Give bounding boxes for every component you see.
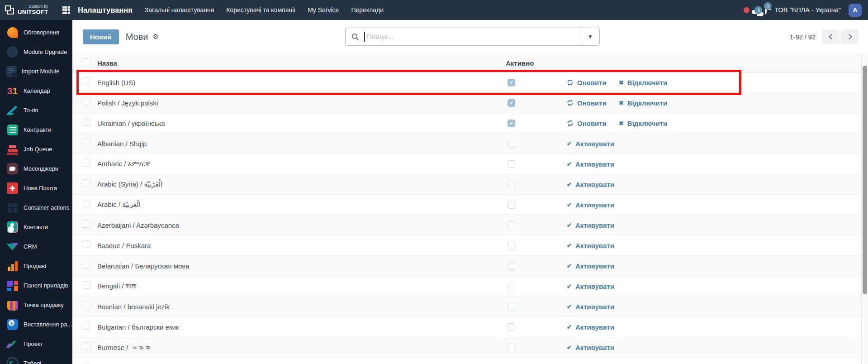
deactivate-link[interactable]: ✖ Відключити	[619, 120, 667, 127]
table-row[interactable]: Bengali / বাংলা ✔ Активувати	[72, 276, 861, 297]
activate-link[interactable]: ✔ Активувати	[567, 303, 614, 311]
activate-link[interactable]: ✔ Активувати	[567, 323, 614, 331]
sidebar-item-invoicing[interactable]: Виставлення ра...	[0, 315, 72, 334]
table-row[interactable]: Basque / Euskara ✔ Активувати	[72, 235, 861, 256]
table-row[interactable]: Belarusian / Беларуская мова ✔ Активуват…	[72, 256, 861, 276]
activate-link[interactable]: ✔ Активувати	[567, 283, 614, 290]
row-checkbox[interactable]	[83, 261, 90, 268]
module-upgrade-icon	[6, 46, 19, 58]
avatar[interactable]: A	[849, 4, 862, 17]
column-header-active[interactable]: Активно	[506, 59, 534, 67]
pager-next-button[interactable]	[841, 30, 859, 44]
update-link[interactable]: Оновити	[567, 120, 607, 127]
active-checkbox[interactable]	[508, 181, 515, 188]
active-checkbox[interactable]	[508, 120, 515, 127]
menu-translations[interactable]: Переклади	[351, 6, 384, 14]
row-checkbox[interactable]	[83, 240, 90, 248]
sidebar-item-job-queue[interactable]: Job Queue	[0, 139, 72, 159]
column-header-name[interactable]: Назва	[97, 59, 117, 67]
search-dropdown-toggle[interactable]: ▼	[581, 28, 599, 45]
sidebar-item-discuss[interactable]: Обговорення	[0, 23, 72, 42]
active-checkbox[interactable]	[508, 140, 515, 148]
sidebar-item-timesheets[interactable]: Табелі	[0, 354, 72, 364]
table-row[interactable]: Polish / Język polski Оновити ✖ Відключи…	[72, 93, 861, 113]
sidebar-item-nova-poshta[interactable]: Нова Пошта	[0, 178, 72, 198]
table-row[interactable]: Arabic (Syria) / الْعَرَبيّة ✔ Активуват…	[72, 174, 861, 195]
menu-my-service[interactable]: My Service	[308, 6, 339, 14]
menu-users-companies[interactable]: Користувачі та компанії	[226, 6, 295, 14]
activate-link[interactable]: ✔ Активувати	[567, 262, 614, 270]
sidebar-item-contacts[interactable]: Контакти	[0, 217, 72, 237]
row-checkbox[interactable]	[83, 139, 90, 146]
active-checkbox[interactable]	[508, 79, 515, 86]
table-row[interactable]: Bosnian / bosanski jezik ✔ Активувати	[72, 297, 861, 317]
active-checkbox[interactable]	[508, 99, 515, 107]
row-checkbox[interactable]	[83, 98, 90, 105]
table-row[interactable]: Albanian / Shqip ✔ Активувати	[72, 134, 861, 154]
sidebar-item-crm[interactable]: CRM	[0, 237, 72, 256]
active-checkbox[interactable]	[508, 221, 515, 229]
pager-previous-button[interactable]	[822, 30, 840, 44]
select-all-checkbox[interactable]	[83, 58, 90, 66]
activate-link[interactable]: ✔ Активувати	[567, 201, 614, 209]
apps-grid-icon[interactable]	[62, 6, 70, 14]
sidebar-item-import-module[interactable]: Import Module	[0, 62, 72, 81]
row-checkbox[interactable]	[83, 200, 90, 207]
table-row[interactable]: Azerbaijani / Azərbaycanca ✔ Активувати	[72, 215, 861, 235]
row-checkbox[interactable]	[83, 159, 90, 167]
activities-button[interactable]: 1	[765, 6, 767, 14]
row-checkbox[interactable]	[83, 179, 90, 187]
sidebar-item-module-upgrade[interactable]: Module Upgrade	[0, 42, 72, 62]
row-checkbox[interactable]	[83, 322, 90, 330]
active-checkbox[interactable]	[508, 201, 515, 209]
row-checkbox[interactable]	[83, 302, 90, 309]
sidebar-item-container-actions[interactable]: Container actions	[0, 198, 72, 217]
sidebar-item-messengers[interactable]: Месенджери	[0, 159, 72, 178]
active-checkbox[interactable]	[508, 344, 515, 351]
sidebar-item-calendar[interactable]: Календар	[0, 81, 72, 101]
gear-icon[interactable]: ⚙	[152, 33, 158, 41]
update-link[interactable]: Оновити	[567, 79, 607, 86]
active-checkbox[interactable]	[508, 283, 515, 290]
activate-link[interactable]: ✔ Активувати	[567, 160, 614, 168]
menu-general-settings[interactable]: Загальні налаштування	[145, 6, 214, 14]
table-row[interactable]: Amharic / አምሃርኛ ✔ Активувати	[72, 154, 861, 174]
active-checkbox[interactable]	[508, 242, 515, 249]
refresh-icon	[567, 120, 574, 127]
table-row[interactable]: English (US) Оновити ✖ Відключити	[72, 72, 861, 93]
row-checkbox[interactable]	[83, 281, 90, 289]
table-row[interactable]: Bulgarian / български език ✔ Активувати	[72, 317, 861, 337]
scrollbar-track[interactable]	[861, 53, 868, 364]
activate-link[interactable]: ✔ Активувати	[567, 221, 614, 229]
sidebar-item-todo[interactable]: To-do	[0, 101, 72, 120]
update-link[interactable]: Оновити	[567, 99, 607, 107]
app-name-settings[interactable]: Налаштування	[78, 6, 133, 14]
activate-link[interactable]: ✔ Активувати	[567, 140, 614, 148]
row-checkbox[interactable]	[83, 342, 90, 350]
search-input[interactable]	[365, 33, 581, 41]
table-row[interactable]: Burmese / ဗမာစာ ✔ Активувати	[72, 337, 861, 358]
sidebar-item-dashboards[interactable]: Панелі приладів	[0, 276, 72, 295]
sidebar-item-project[interactable]: Проект	[0, 334, 72, 354]
table-row[interactable]	[72, 358, 861, 364]
sidebar-item-sales[interactable]: Продажі	[0, 256, 72, 276]
sidebar-item-contracts[interactable]: Контракти	[0, 120, 72, 139]
active-checkbox[interactable]	[508, 262, 515, 270]
active-checkbox[interactable]	[508, 303, 515, 311]
deactivate-link[interactable]: ✖ Відключити	[619, 99, 667, 107]
row-checkbox[interactable]	[83, 77, 90, 85]
table-row[interactable]: Arabic / الْعَرَبيّة ✔ Активувати	[72, 195, 861, 215]
table-row[interactable]: Ukrainian / українська Оновити ✖ Відключ…	[72, 113, 861, 134]
company-menu[interactable]: ТОВ "БПЛА - Україна"	[774, 6, 841, 14]
row-checkbox[interactable]	[83, 220, 90, 228]
activate-link[interactable]: ✔ Активувати	[567, 344, 614, 351]
new-button[interactable]: Новий	[83, 29, 119, 44]
activate-link[interactable]: ✔ Активувати	[567, 181, 614, 188]
activate-link[interactable]: ✔ Активувати	[567, 242, 614, 249]
active-checkbox[interactable]	[508, 160, 515, 168]
active-checkbox[interactable]	[508, 323, 515, 331]
deactivate-link[interactable]: ✖ Відключити	[619, 79, 667, 86]
scrollbar-thumb[interactable]	[863, 66, 867, 294]
row-checkbox[interactable]	[83, 118, 90, 126]
sidebar-item-pos[interactable]: Точка продажу	[0, 295, 72, 315]
